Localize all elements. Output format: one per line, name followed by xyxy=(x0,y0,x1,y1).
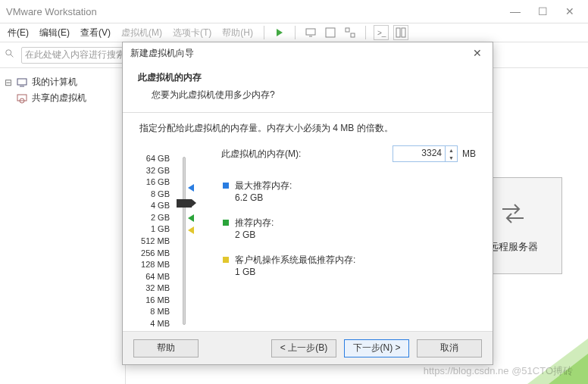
tick-label: 32 GB xyxy=(139,166,170,175)
svg-line-10 xyxy=(11,55,14,58)
search-icon[interactable] xyxy=(5,48,15,61)
menu-help[interactable]: 帮助(H) xyxy=(219,25,256,41)
dialog-titlebar: 新建虚拟机向导 ✕ xyxy=(123,42,493,64)
menu-edit[interactable]: 编辑(E) xyxy=(36,25,73,41)
legend-max: 最大推荐内存: 6.2 GB xyxy=(223,180,355,203)
tick-label: 8 GB xyxy=(139,189,170,198)
memory-unit: MB xyxy=(462,148,476,159)
legend-min-value: 1 GB xyxy=(235,267,355,277)
blue-square-icon xyxy=(223,183,229,189)
legend-rec-value: 2 GB xyxy=(235,229,274,240)
app-title: VMware Workstation xyxy=(6,6,97,17)
tick-label: 64 MB xyxy=(139,272,170,281)
close-button[interactable]: ✕ xyxy=(562,5,577,17)
green-square-icon xyxy=(223,220,229,226)
slider-ticks: 64 GB 32 GB 16 GB 8 GB 4 GB 2 GB 1 GB 51… xyxy=(139,154,174,328)
tick-label: 1 GB xyxy=(139,224,170,233)
tick-label: 8 MB xyxy=(139,307,170,316)
tick-label: 2 GB xyxy=(139,213,170,222)
legend-max-value: 6.2 GB xyxy=(235,192,292,203)
monitor-icon[interactable] xyxy=(303,25,318,40)
svg-rect-7 xyxy=(396,28,400,37)
power-icon[interactable] xyxy=(272,25,287,40)
tick-label: 32 MB xyxy=(139,283,170,292)
tick-label: 128 MB xyxy=(139,260,170,269)
dialog-body: 指定分配给此虚拟机的内存量。内存大小必须为 4 MB 的倍数。 此虚拟机的内存(… xyxy=(123,113,493,340)
svg-rect-3 xyxy=(326,28,335,37)
layout-icon[interactable] xyxy=(393,25,408,40)
separator xyxy=(264,26,264,39)
dialog-heading: 此虚拟机的内存 xyxy=(138,71,477,84)
min-marker-icon xyxy=(188,226,194,234)
tick-label: 512 MB xyxy=(139,236,170,245)
track xyxy=(183,157,186,325)
computer-icon xyxy=(17,77,27,88)
memory-slider: 64 GB 32 GB 16 GB 8 GB 4 GB 2 GB 1 GB 51… xyxy=(139,154,192,328)
menu-vm[interactable]: 虚拟机(M) xyxy=(118,25,165,41)
titlebar: VMware Workstation — ☐ ✕ xyxy=(0,0,588,23)
max-marker-icon xyxy=(188,184,194,192)
svg-rect-13 xyxy=(17,95,27,101)
watermark: https://blog.csdn.ne @51CTO搏砖 xyxy=(424,364,573,378)
back-button[interactable]: < 上一步(B) xyxy=(271,339,336,357)
dialog-header: 此虚拟机的内存 您要为此虚拟机使用多少内存? xyxy=(123,64,493,113)
separator xyxy=(295,26,296,39)
new-vm-wizard-dialog: 新建虚拟机向导 ✕ 此虚拟机的内存 您要为此虚拟机使用多少内存? 指定分配给此虚… xyxy=(122,42,493,365)
spinner-arrows[interactable]: ▲▼ xyxy=(445,146,457,161)
cancel-button[interactable]: 取消 xyxy=(417,339,482,357)
legend-minimum: 客户机操作系统最低推荐内存: 1 GB xyxy=(223,254,355,277)
connect-icon xyxy=(498,198,528,231)
search-input[interactable]: 在此处键入内容进行搜索 xyxy=(21,47,135,64)
next-button[interactable]: 下一步(N) > xyxy=(344,339,409,357)
svg-rect-1 xyxy=(306,29,315,35)
up-arrow-icon[interactable]: ▲ xyxy=(446,146,457,154)
dialog-close-button[interactable]: ✕ xyxy=(470,47,485,59)
svg-rect-8 xyxy=(402,28,405,37)
down-arrow-icon[interactable]: ▼ xyxy=(446,154,457,161)
separator xyxy=(365,26,366,39)
tick-label: 16 MB xyxy=(139,295,170,304)
svg-rect-4 xyxy=(346,28,349,32)
menu-tabs[interactable]: 选项卡(T) xyxy=(170,25,214,41)
slider-track[interactable] xyxy=(174,154,192,328)
svg-rect-11 xyxy=(17,79,27,85)
memory-spinner[interactable]: 3324 ▲▼ xyxy=(393,145,458,162)
svg-rect-5 xyxy=(351,33,355,37)
svg-point-9 xyxy=(6,50,11,55)
window-controls: — ☐ ✕ xyxy=(508,5,582,17)
expand-icon[interactable] xyxy=(5,93,12,104)
tick-label: 64 GB xyxy=(139,154,170,163)
legend-recommended: 推荐内存: 2 GB xyxy=(223,217,355,240)
tree-label: 共享的虚拟机 xyxy=(32,92,86,105)
console-icon[interactable]: >_ xyxy=(374,25,389,40)
help-button[interactable]: 帮助 xyxy=(133,339,199,357)
legend-rec-label: 推荐内存: xyxy=(235,217,274,229)
memory-value[interactable]: 3324 xyxy=(393,146,445,161)
remote-label: 远程服务器 xyxy=(489,240,538,254)
shared-icon xyxy=(17,93,27,104)
search-placeholder: 在此处键入内容进行搜索 xyxy=(25,48,125,61)
maximize-button[interactable]: ☐ xyxy=(535,5,550,17)
fullscreen-icon[interactable] xyxy=(342,25,358,40)
legend: 最大推荐内存: 6.2 GB 推荐内存: 2 GB 客户机操作系统最低推荐内存:… xyxy=(223,180,355,291)
minimize-button[interactable]: — xyxy=(508,5,523,17)
legend-min-label: 客户机操作系统最低推荐内存: xyxy=(235,254,355,267)
yellow-square-icon xyxy=(223,257,229,263)
tick-label: 16 GB xyxy=(139,177,170,186)
expand-icon[interactable]: ⊟ xyxy=(5,77,12,88)
tick-label: 4 MB xyxy=(139,319,170,328)
tick-label: 4 GB xyxy=(139,201,170,210)
dialog-subheading: 您要为此虚拟机使用多少内存? xyxy=(138,89,477,101)
svg-text:>_: >_ xyxy=(377,29,386,37)
menubar: 件(E) 编辑(E) 查看(V) 虚拟机(M) 选项卡(T) 帮助(H) >_ xyxy=(0,23,588,42)
tick-label: 256 MB xyxy=(139,248,170,258)
svg-marker-0 xyxy=(277,29,283,36)
instruction-text: 指定分配给此虚拟机的内存量。内存大小必须为 4 MB 的倍数。 xyxy=(139,122,476,135)
slider-handle[interactable] xyxy=(177,199,192,208)
tree-label: 我的计算机 xyxy=(32,76,77,89)
recommended-marker-icon xyxy=(188,214,194,222)
menu-view[interactable]: 查看(V) xyxy=(77,25,114,41)
snapshot-icon[interactable] xyxy=(323,25,338,40)
memory-label: 此虚拟机的内存(M): xyxy=(221,148,312,161)
menu-file[interactable]: 件(E) xyxy=(5,25,32,41)
